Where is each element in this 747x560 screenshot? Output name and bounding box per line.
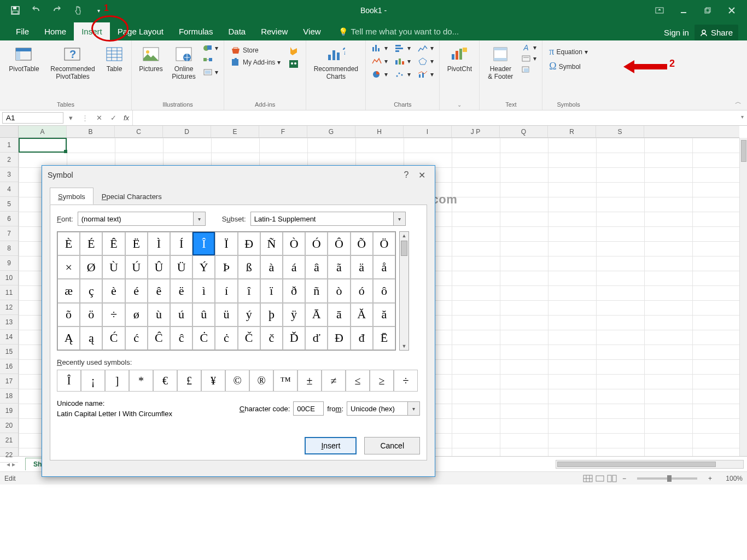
page-break-view-icon[interactable] bbox=[607, 475, 617, 482]
recent-symbol-cell[interactable]: * bbox=[129, 370, 153, 392]
symbol-cell[interactable]: Ď bbox=[283, 326, 305, 350]
row-header-20[interactable]: 20 bbox=[0, 418, 18, 433]
row-header-22[interactable]: 22 bbox=[0, 448, 18, 463]
column-header-I[interactable]: I bbox=[404, 126, 452, 137]
pie-chart-button[interactable]: ▾ bbox=[369, 69, 390, 80]
symbol-cell[interactable]: Ø bbox=[80, 255, 102, 279]
column-header-F[interactable]: F bbox=[259, 126, 307, 137]
symbol-cell[interactable]: ð bbox=[283, 279, 305, 302]
symbol-cell[interactable]: ó bbox=[351, 279, 373, 302]
symbol-cell[interactable]: ñ bbox=[305, 279, 328, 302]
symbol-cell[interactable]: Ù bbox=[102, 255, 125, 279]
enter-formula-icon[interactable]: ✓ bbox=[106, 114, 120, 122]
zoom-slider[interactable] bbox=[637, 477, 697, 480]
symbol-cell[interactable]: È bbox=[57, 232, 80, 255]
symbol-cell[interactable]: Ē bbox=[373, 326, 395, 350]
row-header-15[interactable]: 15 bbox=[0, 345, 18, 359]
row-header-21[interactable]: 21 bbox=[0, 433, 18, 448]
scroll-down-icon[interactable]: ▼ bbox=[400, 342, 408, 350]
equation-button[interactable]: πEquation ▾ bbox=[547, 45, 590, 59]
recent-symbol-cell[interactable]: ÷ bbox=[394, 370, 418, 392]
column-header-H[interactable]: H bbox=[355, 126, 404, 137]
tab-page-layout[interactable]: Page Layout bbox=[110, 22, 171, 40]
column-header-E[interactable]: E bbox=[211, 126, 259, 137]
my-addins-button[interactable]: My Add-ins ▾ bbox=[229, 57, 283, 68]
close-icon[interactable] bbox=[722, 3, 742, 18]
row-header-8[interactable]: 8 bbox=[0, 241, 18, 256]
name-box-dropdown[interactable]: ▾ bbox=[63, 114, 78, 122]
screenshot-button[interactable]: ▾ bbox=[201, 67, 220, 78]
symbol-cell[interactable]: õ bbox=[57, 303, 80, 326]
scroll-up-icon[interactable]: ▲ bbox=[400, 232, 408, 240]
collapse-ribbon-icon[interactable]: ︿ bbox=[735, 40, 747, 110]
row-header-12[interactable]: 12 bbox=[0, 300, 18, 315]
symbol-cell[interactable]: ô bbox=[373, 279, 395, 302]
tab-insert[interactable]: Insert bbox=[74, 22, 110, 40]
signature-line-button[interactable] bbox=[519, 65, 539, 74]
symbol-cell[interactable]: î bbox=[238, 279, 260, 302]
dialog-close-icon[interactable]: ✕ bbox=[414, 170, 429, 180]
symbol-cell[interactable]: í bbox=[215, 279, 237, 302]
column-header-A[interactable]: A bbox=[19, 126, 67, 137]
fx-icon[interactable]: fx bbox=[120, 114, 132, 122]
symbol-cell[interactable]: Ö bbox=[373, 232, 395, 255]
dialog-help-icon[interactable]: ? bbox=[399, 170, 414, 180]
symbol-cell[interactable]: Õ bbox=[351, 232, 373, 255]
symbol-cell[interactable]: û bbox=[192, 303, 215, 326]
column-header-Q[interactable]: Q bbox=[500, 126, 548, 137]
store-button[interactable]: Store bbox=[229, 45, 283, 56]
symbol-cell[interactable]: Ċ bbox=[192, 326, 215, 350]
column-header-S[interactable]: S bbox=[596, 126, 644, 137]
symbol-cell[interactable]: Ü bbox=[170, 255, 192, 279]
people-graph-button[interactable] bbox=[286, 58, 301, 70]
symbol-cell[interactable]: Ë bbox=[125, 232, 148, 255]
symbol-cell[interactable]: è bbox=[102, 279, 125, 302]
symbol-cell[interactable]: Î bbox=[192, 232, 215, 255]
hscroll-thumb[interactable] bbox=[557, 462, 716, 467]
dialog-tab-symbols[interactable]: Symbols bbox=[50, 188, 94, 205]
symbol-cell[interactable]: É bbox=[80, 232, 102, 255]
symbol-cell[interactable]: Ý bbox=[192, 255, 215, 279]
recent-symbol-cell[interactable]: € bbox=[153, 370, 177, 392]
symbol-cell[interactable]: ċ bbox=[215, 326, 237, 350]
charcode-input[interactable] bbox=[294, 402, 323, 415]
zoom-in-icon[interactable]: + bbox=[705, 475, 715, 482]
symbol-cell[interactable]: ï bbox=[260, 279, 283, 302]
column-header-G[interactable]: G bbox=[307, 126, 355, 137]
undo-icon[interactable] bbox=[31, 5, 42, 16]
recent-symbol-cell[interactable]: ¡ bbox=[81, 370, 105, 392]
normal-view-icon[interactable] bbox=[583, 475, 593, 482]
symbol-cell[interactable]: Ê bbox=[102, 232, 125, 255]
row-header-10[interactable]: 10 bbox=[0, 271, 18, 285]
symbol-grid-scrollbar[interactable]: ▲ ▼ bbox=[399, 231, 409, 351]
symbol-cell[interactable]: ò bbox=[328, 279, 350, 302]
symbol-cell[interactable]: Ð bbox=[238, 232, 260, 255]
formula-expand-icon[interactable]: ▾ bbox=[741, 114, 744, 120]
shapes-button[interactable]: ▾ bbox=[201, 43, 220, 54]
tab-review[interactable]: Review bbox=[253, 22, 295, 40]
header-footer-button[interactable]: Header & Footer bbox=[483, 43, 518, 83]
symbol-cell[interactable]: æ bbox=[57, 279, 80, 302]
symbol-cell[interactable]: Č bbox=[238, 326, 260, 350]
scatter-chart-button[interactable]: ▾ bbox=[392, 69, 413, 80]
online-pictures-button[interactable]: Online Pictures bbox=[168, 43, 200, 83]
symbol-cell[interactable]: á bbox=[283, 255, 305, 279]
row-header-19[interactable]: 19 bbox=[0, 404, 18, 418]
tab-file[interactable]: File bbox=[8, 22, 37, 40]
zoom-level[interactable]: 100% bbox=[717, 475, 743, 482]
radar-chart-button[interactable]: ▾ bbox=[415, 56, 436, 67]
symbol-cell[interactable]: ć bbox=[125, 326, 148, 350]
symbol-cell[interactable]: Þ bbox=[215, 255, 237, 279]
row-header-1[interactable]: 1 bbox=[0, 138, 18, 153]
symbol-cell[interactable]: Ô bbox=[328, 232, 350, 255]
pictures-button[interactable]: Pictures bbox=[135, 43, 167, 75]
name-box[interactable] bbox=[2, 112, 63, 124]
recent-symbol-cell[interactable]: ≤ bbox=[346, 370, 370, 392]
symbol-cell[interactable]: ã bbox=[328, 255, 350, 279]
row-header-13[interactable]: 13 bbox=[0, 315, 18, 330]
symbol-cell[interactable]: ì bbox=[192, 279, 215, 302]
symbol-cell[interactable]: å bbox=[373, 255, 395, 279]
row-header-3[interactable]: 3 bbox=[0, 167, 18, 182]
symbol-cell[interactable]: ö bbox=[80, 303, 102, 326]
recent-symbol-cell[interactable]: © bbox=[225, 370, 249, 392]
